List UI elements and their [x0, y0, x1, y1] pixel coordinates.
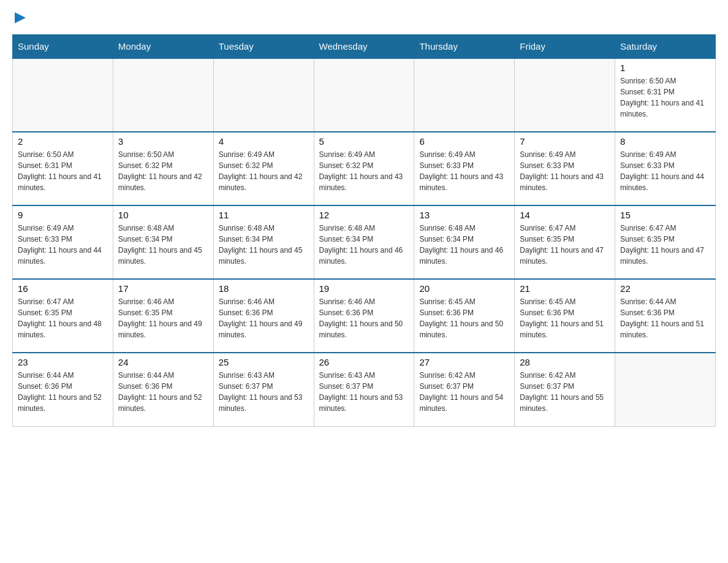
day-number: 24	[118, 357, 208, 367]
logo-arrow-icon	[13, 11, 27, 25]
calendar-day-cell: 26Sunrise: 6:43 AM Sunset: 6:37 PM Dayli…	[314, 353, 414, 426]
day-info: Sunrise: 6:48 AM Sunset: 6:34 PM Dayligh…	[419, 223, 509, 267]
calendar-day-cell: 15Sunrise: 6:47 AM Sunset: 6:35 PM Dayli…	[615, 205, 716, 279]
day-info: Sunrise: 6:50 AM Sunset: 6:31 PM Dayligh…	[18, 149, 108, 193]
day-number: 15	[620, 210, 710, 220]
calendar-day-cell: 3Sunrise: 6:50 AM Sunset: 6:32 PM Daylig…	[113, 132, 213, 205]
day-info: Sunrise: 6:46 AM Sunset: 6:36 PM Dayligh…	[319, 296, 409, 340]
calendar-day-cell: 21Sunrise: 6:45 AM Sunset: 6:36 PM Dayli…	[515, 279, 615, 353]
day-of-week-header: Tuesday	[213, 35, 314, 59]
day-number: 14	[520, 210, 610, 220]
calendar-day-cell: 27Sunrise: 6:42 AM Sunset: 6:37 PM Dayli…	[414, 353, 515, 426]
day-number: 2	[18, 136, 108, 147]
calendar-day-cell: 7Sunrise: 6:49 AM Sunset: 6:33 PM Daylig…	[515, 132, 615, 205]
calendar-week-row: 16Sunrise: 6:47 AM Sunset: 6:35 PM Dayli…	[13, 279, 716, 353]
day-number: 20	[419, 283, 509, 294]
day-info: Sunrise: 6:47 AM Sunset: 6:35 PM Dayligh…	[620, 223, 710, 267]
calendar-day-cell	[213, 58, 314, 132]
calendar-header-row: SundayMondayTuesdayWednesdayThursdayFrid…	[13, 35, 716, 59]
calendar-day-cell	[414, 58, 515, 132]
day-info: Sunrise: 6:46 AM Sunset: 6:36 PM Dayligh…	[219, 296, 309, 340]
calendar-week-row: 2Sunrise: 6:50 AM Sunset: 6:31 PM Daylig…	[13, 132, 716, 205]
calendar-day-cell: 2Sunrise: 6:50 AM Sunset: 6:31 PM Daylig…	[13, 132, 113, 205]
calendar-day-cell: 18Sunrise: 6:46 AM Sunset: 6:36 PM Dayli…	[213, 279, 314, 353]
calendar-day-cell: 4Sunrise: 6:49 AM Sunset: 6:32 PM Daylig…	[213, 132, 314, 205]
svg-marker-0	[15, 12, 26, 23]
calendar-week-row: 9Sunrise: 6:49 AM Sunset: 6:33 PM Daylig…	[13, 205, 716, 279]
day-number: 16	[18, 283, 108, 294]
day-info: Sunrise: 6:47 AM Sunset: 6:35 PM Dayligh…	[18, 296, 108, 340]
day-info: Sunrise: 6:44 AM Sunset: 6:36 PM Dayligh…	[18, 370, 108, 414]
calendar-day-cell: 25Sunrise: 6:43 AM Sunset: 6:37 PM Dayli…	[213, 353, 314, 426]
day-info: Sunrise: 6:48 AM Sunset: 6:34 PM Dayligh…	[219, 223, 309, 267]
day-number: 22	[620, 283, 710, 294]
day-info: Sunrise: 6:43 AM Sunset: 6:37 PM Dayligh…	[319, 370, 409, 414]
calendar-day-cell: 14Sunrise: 6:47 AM Sunset: 6:35 PM Dayli…	[515, 205, 615, 279]
day-number: 27	[419, 357, 509, 367]
day-info: Sunrise: 6:42 AM Sunset: 6:37 PM Dayligh…	[419, 370, 509, 414]
calendar-day-cell: 5Sunrise: 6:49 AM Sunset: 6:32 PM Daylig…	[314, 132, 414, 205]
day-of-week-header: Sunday	[13, 35, 113, 59]
day-number: 13	[419, 210, 509, 220]
day-info: Sunrise: 6:49 AM Sunset: 6:32 PM Dayligh…	[219, 149, 309, 193]
logo	[12, 12, 27, 28]
calendar-day-cell	[515, 58, 615, 132]
calendar-day-cell: 12Sunrise: 6:48 AM Sunset: 6:34 PM Dayli…	[314, 205, 414, 279]
calendar-day-cell	[615, 353, 716, 426]
day-number: 3	[118, 136, 208, 147]
calendar-day-cell: 1Sunrise: 6:50 AM Sunset: 6:31 PM Daylig…	[615, 58, 716, 132]
day-number: 4	[219, 136, 309, 147]
calendar-day-cell: 6Sunrise: 6:49 AM Sunset: 6:33 PM Daylig…	[414, 132, 515, 205]
day-number: 25	[219, 357, 309, 367]
calendar-day-cell: 9Sunrise: 6:49 AM Sunset: 6:33 PM Daylig…	[13, 205, 113, 279]
day-number: 6	[419, 136, 509, 147]
calendar-day-cell	[13, 58, 113, 132]
day-info: Sunrise: 6:49 AM Sunset: 6:32 PM Dayligh…	[319, 149, 409, 193]
day-info: Sunrise: 6:48 AM Sunset: 6:34 PM Dayligh…	[319, 223, 409, 267]
calendar-week-row: 1Sunrise: 6:50 AM Sunset: 6:31 PM Daylig…	[13, 58, 716, 132]
day-number: 11	[219, 210, 309, 220]
calendar-day-cell: 10Sunrise: 6:48 AM Sunset: 6:34 PM Dayli…	[113, 205, 213, 279]
day-number: 21	[520, 283, 610, 294]
calendar-week-row: 23Sunrise: 6:44 AM Sunset: 6:36 PM Dayli…	[13, 353, 716, 426]
calendar-day-cell: 24Sunrise: 6:44 AM Sunset: 6:36 PM Dayli…	[113, 353, 213, 426]
day-number: 9	[18, 210, 108, 220]
calendar-day-cell: 13Sunrise: 6:48 AM Sunset: 6:34 PM Dayli…	[414, 205, 515, 279]
day-number: 7	[520, 136, 610, 147]
calendar-day-cell: 8Sunrise: 6:49 AM Sunset: 6:33 PM Daylig…	[615, 132, 716, 205]
calendar-table: SundayMondayTuesdayWednesdayThursdayFrid…	[12, 34, 716, 427]
day-info: Sunrise: 6:50 AM Sunset: 6:31 PM Dayligh…	[620, 75, 710, 120]
day-number: 18	[219, 283, 309, 294]
calendar-day-cell: 17Sunrise: 6:46 AM Sunset: 6:35 PM Dayli…	[113, 279, 213, 353]
day-info: Sunrise: 6:49 AM Sunset: 6:33 PM Dayligh…	[18, 223, 108, 267]
day-number: 1	[620, 63, 710, 73]
day-number: 8	[620, 136, 710, 147]
day-number: 10	[118, 210, 208, 220]
day-of-week-header: Wednesday	[314, 35, 414, 59]
calendar-day-cell: 28Sunrise: 6:42 AM Sunset: 6:37 PM Dayli…	[515, 353, 615, 426]
day-info: Sunrise: 6:50 AM Sunset: 6:32 PM Dayligh…	[118, 149, 208, 193]
day-info: Sunrise: 6:44 AM Sunset: 6:36 PM Dayligh…	[620, 296, 710, 340]
day-info: Sunrise: 6:45 AM Sunset: 6:36 PM Dayligh…	[520, 296, 610, 340]
day-info: Sunrise: 6:42 AM Sunset: 6:37 PM Dayligh…	[520, 370, 610, 414]
day-number: 5	[319, 136, 409, 147]
calendar-day-cell	[113, 58, 213, 132]
day-info: Sunrise: 6:44 AM Sunset: 6:36 PM Dayligh…	[118, 370, 208, 414]
day-of-week-header: Monday	[113, 35, 213, 59]
day-of-week-header: Friday	[515, 35, 615, 59]
calendar-day-cell: 16Sunrise: 6:47 AM Sunset: 6:35 PM Dayli…	[13, 279, 113, 353]
day-info: Sunrise: 6:48 AM Sunset: 6:34 PM Dayligh…	[118, 223, 208, 267]
day-info: Sunrise: 6:49 AM Sunset: 6:33 PM Dayligh…	[520, 149, 610, 193]
day-number: 12	[319, 210, 409, 220]
day-info: Sunrise: 6:49 AM Sunset: 6:33 PM Dayligh…	[620, 149, 710, 193]
day-info: Sunrise: 6:46 AM Sunset: 6:35 PM Dayligh…	[118, 296, 208, 340]
calendar-day-cell: 19Sunrise: 6:46 AM Sunset: 6:36 PM Dayli…	[314, 279, 414, 353]
day-info: Sunrise: 6:49 AM Sunset: 6:33 PM Dayligh…	[419, 149, 509, 193]
page-header	[12, 12, 716, 28]
calendar-day-cell: 22Sunrise: 6:44 AM Sunset: 6:36 PM Dayli…	[615, 279, 716, 353]
day-number: 28	[520, 357, 610, 367]
day-number: 19	[319, 283, 409, 294]
day-info: Sunrise: 6:47 AM Sunset: 6:35 PM Dayligh…	[520, 223, 610, 267]
day-info: Sunrise: 6:45 AM Sunset: 6:36 PM Dayligh…	[419, 296, 509, 340]
day-number: 26	[319, 357, 409, 367]
